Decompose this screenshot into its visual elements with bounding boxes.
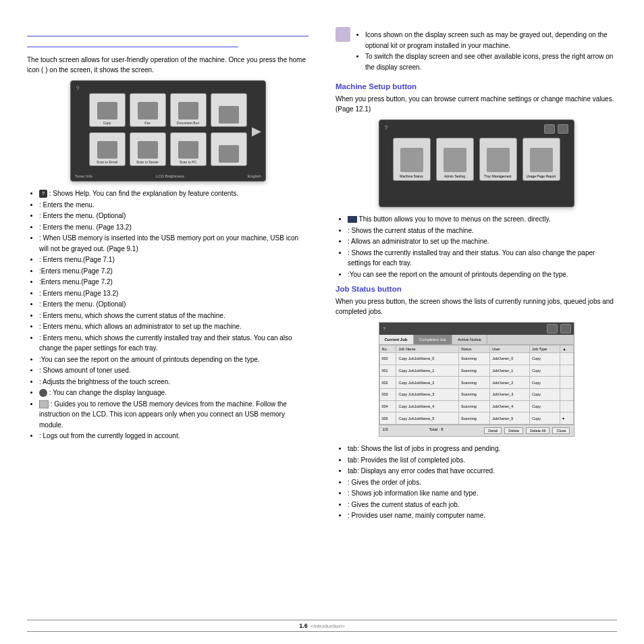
- bullet-item: : Allows an administrator to set up the …: [348, 236, 617, 247]
- tile-fax[interactable]: Fax: [130, 93, 166, 127]
- bullet-item: : Shows job information like name and ty…: [348, 488, 617, 499]
- bullet-item: :You can see the report on the amount of…: [348, 269, 617, 280]
- col-header: Job Name: [396, 346, 458, 353]
- job-tabs: Current Job Completed Job Active Notice: [379, 335, 574, 345]
- section-rule-2: [27, 41, 238, 47]
- language-label[interactable]: English: [248, 174, 261, 178]
- help-icon: ?: [39, 190, 47, 198]
- bullet-item: : Provides user name, mainly computer na…: [348, 510, 617, 521]
- col-header: No.: [379, 346, 396, 353]
- arrow-right-icon[interactable]: ▶: [252, 124, 261, 138]
- tile-tray-mgmt[interactable]: Tray Management: [479, 138, 517, 181]
- bullet-item: This button allows you to move to menus …: [348, 214, 617, 225]
- job-bullet-list: tab: Shows the list of jobs in progress …: [348, 444, 617, 521]
- tile-scan-server[interactable]: Scan to Server: [130, 132, 166, 166]
- setup-tiles: Machine Status Admin Setting Tray Manage…: [385, 138, 568, 181]
- page-indicator: 1/2: [383, 427, 388, 434]
- tab-current-job[interactable]: Current Job: [379, 335, 414, 344]
- right-column: Icons shown on the display screen such a…: [336, 27, 617, 524]
- total-count: Total : 8: [429, 427, 444, 434]
- scroll-up-icon[interactable]: ▲: [560, 346, 573, 353]
- two-column-layout: The touch screen allows for user-friendl…: [27, 27, 617, 524]
- tile-document-box[interactable]: Document Box: [170, 93, 207, 127]
- bullet-item: : Shows the currently installed tray and…: [348, 248, 617, 269]
- table-row[interactable]: 000Copy JobJobName_0ScanningJobOwner_0Co…: [379, 353, 573, 365]
- bullet-item: : Enters the menu.: [39, 200, 308, 211]
- left-bullet-list: ? : Shows Help. You can find the explana…: [39, 188, 308, 441]
- note-icon: [336, 27, 350, 42]
- bullet-item: : You can change the display language.: [39, 387, 308, 398]
- setup-intro: When you press button, you can browse cu…: [336, 95, 617, 114]
- tile-admin-setting[interactable]: Admin Setting: [436, 138, 474, 181]
- bullet-item: : Logs out from the currently logged in …: [39, 431, 308, 441]
- bullet-item: :Enters menu.(Page 7.2): [39, 266, 308, 277]
- tile-scan-email[interactable]: Scan to Email: [89, 132, 126, 166]
- brightness-label[interactable]: LCD Brightness: [156, 174, 184, 178]
- note-bullet-2: To switch the display screen and see oth…: [365, 51, 617, 72]
- col-header: Job Type: [530, 346, 560, 353]
- bullet-item: ? : Shows Help. You can find the explana…: [39, 188, 308, 199]
- tile-usage-report[interactable]: Usage Page Report: [522, 138, 560, 181]
- close-button[interactable]: Close: [552, 427, 570, 434]
- tile-row-1: Copy Fax Document Box: [76, 93, 260, 127]
- main-screen-figure: ? Copy Fax Document Box Scan to Email Sc…: [27, 80, 308, 182]
- tile-scan-pc[interactable]: Scan to PC: [170, 132, 207, 166]
- note-bullet-1: Icons shown on the display screen such a…: [365, 30, 617, 51]
- setup-bullet-list: This button allows you to move to menus …: [348, 214, 617, 279]
- setup-panel: ? Machine Status Admin Setting Tray Mana…: [379, 119, 574, 207]
- bullet-item: : Shows the current status of the machin…: [348, 225, 617, 236]
- bullet-item: : Enters menu.(Page 13.2): [39, 288, 308, 299]
- delete-button[interactable]: Delete: [504, 427, 523, 434]
- note-block: Icons shown on the display screen such a…: [336, 27, 617, 76]
- mini-button-1[interactable]: [544, 124, 555, 134]
- page-footer: 1.6 <Introduction>: [27, 620, 617, 632]
- page-number: 1.6: [299, 622, 308, 629]
- detail-button[interactable]: Detail: [484, 427, 502, 434]
- mini-button-1[interactable]: [547, 324, 558, 333]
- delete-all-button[interactable]: Delete All: [526, 427, 549, 434]
- bullet-item: : Enters menu, which shows the current s…: [39, 311, 308, 321]
- job-intro: When you press button, the screen shows …: [336, 297, 617, 317]
- table-row[interactable]: 003Copy JobJobName_3ScanningJobOwner_3Co…: [379, 388, 573, 400]
- table-row[interactable]: 001Copy JobJobName_1ScanningJobOwner_1Co…: [379, 365, 573, 377]
- tile-machine-status[interactable]: Machine Status: [393, 138, 431, 181]
- main-screen-panel: ? Copy Fax Document Box Scan to Email Sc…: [70, 80, 266, 182]
- machine-setup-title: Machine Setup button: [336, 82, 617, 90]
- intro-text: The touch screen allows for user-friendl…: [27, 55, 308, 75]
- bullet-item: : Gives the current status of each job.: [348, 500, 617, 510]
- bullet-item: : Enters menu, which allows an administr…: [39, 321, 308, 332]
- table-row[interactable]: 002Copy JobJobName_2ScanningJobOwner_2Co…: [379, 377, 573, 389]
- bullet-item: : Enters the menu. (Optional): [39, 299, 308, 310]
- job-table-body: 000Copy JobJobName_0ScanningJobOwner_0Co…: [379, 353, 573, 425]
- table-row[interactable]: 004Copy JobJobName_4ScanningJobOwner_4Co…: [379, 400, 573, 412]
- bullet-item: :Enters menu.(Page 7.2): [39, 277, 308, 288]
- tile-copy[interactable]: Copy: [89, 93, 126, 127]
- bullet-item: : When USB memory is inserted into the U…: [39, 233, 308, 254]
- table-row[interactable]: 005Copy JobJobName_5ScanningJobOwner_5Co…: [379, 412, 573, 425]
- bullet-item: tab: Displays any error codes that have …: [348, 466, 617, 477]
- bullet-item: :You can see the report on the amount of…: [39, 354, 308, 365]
- mini-button-2[interactable]: [560, 324, 571, 333]
- page-section: <Introduction>: [311, 623, 345, 629]
- job-status-title: Job Status button: [336, 285, 617, 293]
- toner-info-label[interactable]: Toner Info: [75, 174, 93, 178]
- bullet-item: : Gives the order of jobs.: [348, 477, 617, 488]
- col-header: User: [490, 346, 530, 353]
- mini-button-2[interactable]: [558, 124, 568, 134]
- help-icon: ?: [76, 85, 80, 92]
- help-icon: ?: [385, 124, 388, 131]
- eject-icon: [39, 400, 49, 408]
- top-right-buttons: [544, 124, 568, 134]
- tab-completed-job[interactable]: Completed Job: [414, 335, 452, 344]
- tile-usb[interactable]: [211, 93, 247, 127]
- job-figure: ? Current Job Completed Job Active Notic…: [336, 322, 617, 437]
- bullet-item: : Guides you to remove the USB memory de…: [39, 399, 308, 431]
- bullet-item: : Enters menu.(Page 7.1): [39, 254, 308, 265]
- globe-icon: [39, 389, 47, 397]
- bullet-item: : Enters the menu. (Optional): [39, 211, 308, 221]
- tab-active-notice[interactable]: Active Notice: [452, 335, 487, 344]
- job-header: ?: [379, 323, 574, 335]
- bottom-bar: Toner Info LCD Brightness English: [75, 174, 261, 178]
- note-bullets: Icons shown on the display screen such a…: [365, 30, 617, 73]
- job-table-header: No.Job NameStatusUserJob Type▲: [379, 346, 573, 353]
